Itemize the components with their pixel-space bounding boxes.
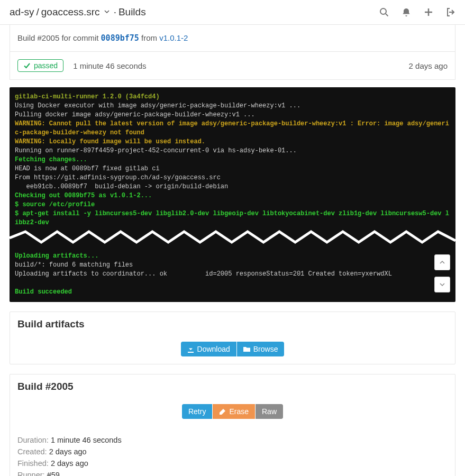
finished-label: Finished: (17, 459, 51, 468)
browse-label: Browse (253, 345, 278, 353)
download-button[interactable]: Download (181, 342, 236, 356)
finished-value: 2 days ago (51, 459, 88, 468)
log-line: WARNING: Locally found image will be use… (15, 138, 205, 145)
log-line: From https://git.adfinis-sygroup.ch/ad-s… (15, 174, 221, 181)
log-line: gitlab-ci-multi-runner 1.2.0 (3a4fcd4) (15, 93, 160, 100)
commit-link[interactable]: 0089bf75 (101, 33, 139, 43)
topbar-actions (379, 7, 455, 17)
retry-label: Retry (188, 407, 206, 416)
build-panel-heading: Build #2005 (10, 374, 455, 399)
separator-dot: · (114, 6, 116, 18)
log-line: Uploading artifacts... (15, 252, 98, 260)
log-line: HEAD is now at 0089bf7 fixed gitlab ci (15, 165, 160, 172)
erase-label: Erase (229, 407, 249, 416)
log-line: WARNING: Cannot pull the latest version … (15, 120, 449, 136)
build-status-row: passed 1 minute 46 seconds 2 days ago (10, 52, 455, 80)
duration-text: 1 minute 46 seconds (73, 61, 146, 70)
created-label: Created: (17, 447, 49, 456)
download-icon (187, 346, 194, 353)
raw-label: Raw (262, 407, 277, 416)
created-value: 2 days ago (49, 447, 87, 456)
svg-line-1 (386, 14, 388, 16)
log-line: Pulling docker image adsy/generic-packag… (15, 111, 255, 118)
log-truncation-indicator (10, 231, 455, 249)
namespace-link[interactable]: ad-sy (10, 6, 34, 18)
terminal-output: gitlab-ci-multi-runner 1.2.0 (3a4fcd4) U… (10, 87, 455, 233)
log-line: eeb91cb..0089bf7 build-debian -> origin/… (15, 183, 228, 190)
eraser-icon (219, 408, 226, 415)
build-header-prefix: Build #2005 for commit (17, 33, 101, 42)
log-line: Checking out 0089bf75 as v1.0.1-2... (15, 192, 152, 199)
chevron-down-icon (440, 282, 445, 287)
time-ago: 2 days ago (409, 61, 448, 70)
raw-button[interactable]: Raw (256, 404, 283, 419)
log-line: Fetching changes... (15, 156, 87, 163)
build-log: gitlab-ci-multi-runner 1.2.0 (3a4fcd4) U… (10, 87, 455, 302)
build-header-middle: from (139, 33, 159, 42)
duration-label: Duration: (17, 436, 51, 444)
project-link[interactable]: goaccess.src (41, 6, 100, 18)
separator: / (36, 6, 39, 18)
log-line: Uploading artifacts to coordinator... ok… (15, 270, 392, 278)
search-icon[interactable] (379, 7, 389, 17)
log-line: Running on runner-897f4459-project-452-c… (15, 147, 297, 154)
log-line: $ source /etc/profile (15, 201, 95, 208)
retry-button[interactable]: Retry (182, 404, 212, 419)
build-panel: Build #2005 Retry Erase Raw Duration: 1 … (10, 374, 455, 476)
runner-label: Runner: (17, 471, 47, 476)
ref-link[interactable]: v1.0.1-2 (159, 33, 188, 42)
runner-value: #59 (47, 471, 60, 476)
terminal-output-lower: Uploading artifacts... build/*: found 6 … (10, 246, 455, 302)
chevron-down-icon[interactable] (104, 9, 110, 15)
status-label: passed (34, 61, 58, 70)
download-label: Download (197, 345, 230, 353)
log-line: Build succeeded (15, 288, 72, 296)
log-line: $ apt-get install -y libncurses5-dev lib… (15, 210, 449, 226)
duration-value: 1 minute 46 seconds (51, 436, 122, 444)
folder-icon (243, 346, 250, 353)
artifacts-heading: Build artifacts (10, 312, 455, 336)
build-header: Build #2005 for commit 0089bf75 from v1.… (10, 25, 455, 52)
check-icon (23, 62, 31, 69)
scroll-down-button[interactable] (434, 277, 450, 292)
section-label[interactable]: Builds (118, 6, 146, 18)
scroll-up-button[interactable] (434, 254, 450, 270)
topbar: ad-sy / goaccess.src · Builds (0, 0, 465, 25)
svg-point-0 (380, 8, 386, 14)
log-line: build/*: found 6 matching files (15, 261, 133, 269)
sign-out-icon[interactable] (446, 7, 455, 17)
chevron-up-icon (440, 260, 445, 265)
plus-icon[interactable] (424, 7, 433, 17)
breadcrumb: ad-sy / goaccess.src · Builds (10, 6, 146, 18)
bell-icon[interactable] (402, 7, 411, 17)
erase-button[interactable]: Erase (213, 404, 255, 419)
status-badge: passed (17, 59, 63, 72)
artifacts-panel: Build artifacts Download Browse (10, 312, 455, 364)
scroll-buttons (434, 254, 450, 292)
build-meta: Duration: 1 minute 46 seconds Created: 2… (10, 426, 455, 476)
browse-button[interactable]: Browse (237, 342, 285, 356)
log-line: Using Docker executor with image adsy/ge… (15, 102, 300, 109)
